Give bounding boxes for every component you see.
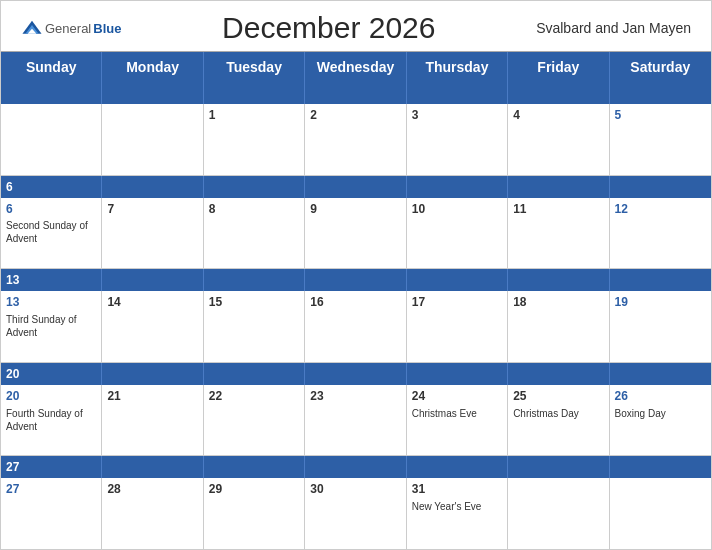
week-number-bar-3: 13 — [1, 269, 711, 291]
week-days-2: 6 Second Sunday of Advent 7 8 9 10 11 12 — [1, 198, 711, 269]
day-cell-empty — [610, 478, 711, 549]
day-cell-dec28: 28 — [102, 478, 203, 549]
day-number: 22 — [209, 388, 299, 405]
day-cell-dec26: 26 Boxing Day — [610, 385, 711, 456]
day-cell-dec20: 20 Fourth Sunday of Advent — [1, 385, 102, 456]
day-cell-dec27: 27 — [1, 478, 102, 549]
day-number: 11 — [513, 201, 603, 218]
week-number-bar-4: 20 — [1, 363, 711, 385]
logo-blue-text: Blue — [93, 21, 121, 36]
day-number: 5 — [615, 107, 706, 124]
day-cell-empty — [1, 104, 102, 175]
day-cell-dec15: 15 — [204, 291, 305, 362]
week-num-3-sun: 13 — [1, 269, 102, 291]
week-num-1-tue — [204, 82, 305, 104]
week-num-1-mon — [102, 82, 203, 104]
day-cell-dec25: 25 Christmas Day — [508, 385, 609, 456]
day-number: 21 — [107, 388, 197, 405]
day-number: 16 — [310, 294, 400, 311]
day-number: 13 — [6, 294, 96, 311]
week-num-4-thu — [407, 363, 508, 385]
day-cell-dec4: 4 — [508, 104, 609, 175]
logo-icon — [21, 19, 43, 37]
day-cell-dec1: 1 — [204, 104, 305, 175]
week-num-5-sun: 27 — [1, 456, 102, 478]
month-year-title: December 2026 — [121, 11, 536, 45]
week-num-4-tue — [204, 363, 305, 385]
header-sunday: Sunday — [1, 52, 102, 82]
week-num-1-thu — [407, 82, 508, 104]
day-number: 7 — [107, 201, 197, 218]
week-num-4-sun: 20 — [1, 363, 102, 385]
day-number: 27 — [6, 481, 96, 498]
calendar-grid: Sunday Monday Tuesday Wednesday Thursday… — [1, 51, 711, 549]
week-num-3-wed — [305, 269, 406, 291]
day-number: 9 — [310, 201, 400, 218]
day-number: 6 — [6, 201, 96, 218]
event-christmas-eve: Christmas Eve — [412, 407, 502, 420]
day-number: 8 — [209, 201, 299, 218]
day-number: 3 — [412, 107, 502, 124]
day-cell-dec22: 22 — [204, 385, 305, 456]
day-cell-empty — [102, 104, 203, 175]
calendar-header: General Blue December 2026 Svalbard and … — [1, 1, 711, 51]
week-num-5-mon — [102, 456, 203, 478]
header-friday: Friday — [508, 52, 609, 82]
day-cell-dec13: 13 Third Sunday of Advent — [1, 291, 102, 362]
header-wednesday: Wednesday — [305, 52, 406, 82]
week-num-1-fri — [508, 82, 609, 104]
week-num-5-fri — [508, 456, 609, 478]
week-num-1-sat — [610, 82, 711, 104]
day-cell-dec16: 16 — [305, 291, 406, 362]
week-num-2-fri — [508, 176, 609, 198]
day-number: 15 — [209, 294, 299, 311]
day-cell-dec21: 21 — [102, 385, 203, 456]
region-title: Svalbard and Jan Mayen — [536, 20, 691, 36]
day-cell-dec5: 5 — [610, 104, 711, 175]
week-num-3-sat — [610, 269, 711, 291]
day-cell-dec6: 6 Second Sunday of Advent — [1, 198, 102, 269]
week-number-bar-2: 6 — [1, 176, 711, 198]
week-row-2: 6 6 Second Sunday of Advent 7 8 9 — [1, 176, 711, 270]
header-tuesday: Tuesday — [204, 52, 305, 82]
event-third-sunday-advent: Third Sunday of Advent — [6, 313, 96, 339]
week-number-bar-5: 27 — [1, 456, 711, 478]
week-num-3-thu — [407, 269, 508, 291]
week-row-5: 27 27 28 29 30 31 New Year's Eve — [1, 456, 711, 549]
event-christmas-day: Christmas Day — [513, 407, 603, 420]
day-cell-empty — [508, 478, 609, 549]
day-number: 14 — [107, 294, 197, 311]
day-cell-dec24: 24 Christmas Eve — [407, 385, 508, 456]
day-number: 23 — [310, 388, 400, 405]
week-num-4-fri — [508, 363, 609, 385]
week-days-1: 1 2 3 4 5 — [1, 104, 711, 175]
day-number: 4 — [513, 107, 603, 124]
event-new-years-eve: New Year's Eve — [412, 500, 502, 513]
day-number: 1 — [209, 107, 299, 124]
day-cell-dec19: 19 — [610, 291, 711, 362]
day-cell-dec9: 9 — [305, 198, 406, 269]
day-number: 28 — [107, 481, 197, 498]
week-num-4-mon — [102, 363, 203, 385]
event-boxing-day: Boxing Day — [615, 407, 706, 420]
day-number: 25 — [513, 388, 603, 405]
week-num-2-mon — [102, 176, 203, 198]
day-number: 18 — [513, 294, 603, 311]
week-num-3-fri — [508, 269, 609, 291]
day-number: 20 — [6, 388, 96, 405]
week-row-3: 13 13 Third Sunday of Advent 14 15 16 — [1, 269, 711, 363]
day-number: 2 — [310, 107, 400, 124]
week-num-2-thu — [407, 176, 508, 198]
week-num-2-sun: 6 — [1, 176, 102, 198]
week-days-5: 27 28 29 30 31 New Year's Eve — [1, 478, 711, 549]
day-cell-dec18: 18 — [508, 291, 609, 362]
event-second-sunday-advent: Second Sunday of Advent — [6, 219, 96, 245]
day-number: 24 — [412, 388, 502, 405]
day-cell-dec12: 12 — [610, 198, 711, 269]
header-monday: Monday — [102, 52, 203, 82]
logo-area: General Blue — [21, 19, 121, 37]
week-num-5-thu — [407, 456, 508, 478]
calendar: General Blue December 2026 Svalbard and … — [0, 0, 712, 550]
week-num-5-wed — [305, 456, 406, 478]
header-saturday: Saturday — [610, 52, 711, 82]
